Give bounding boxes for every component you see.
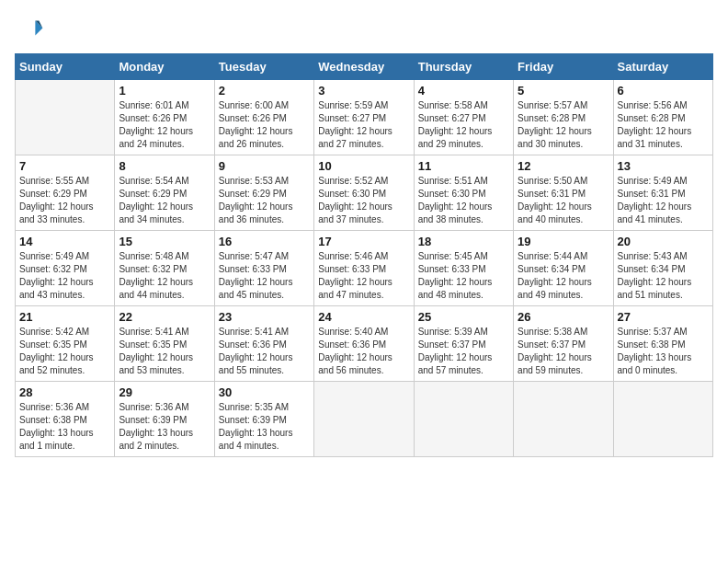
day-number: 10 <box>318 159 409 173</box>
day-info: Sunrise: 5:58 AMSunset: 6:27 PMDaylight:… <box>418 99 509 151</box>
day-cell: 24Sunrise: 5:40 AMSunset: 6:36 PMDayligh… <box>314 306 414 382</box>
logo <box>15 15 48 44</box>
day-info: Sunrise: 6:00 AMSunset: 6:26 PMDaylight:… <box>219 99 310 151</box>
day-number: 16 <box>219 235 310 248</box>
day-info: Sunrise: 5:35 AMSunset: 6:39 PMDaylight:… <box>219 401 310 453</box>
day-number: 2 <box>219 84 310 98</box>
day-number: 17 <box>318 235 409 248</box>
day-number: 13 <box>618 159 709 173</box>
day-number: 24 <box>318 310 409 324</box>
day-cell: 8Sunrise: 5:54 AMSunset: 6:29 PMDaylight… <box>115 155 214 231</box>
day-number: 26 <box>518 310 609 324</box>
day-info: Sunrise: 5:53 AMSunset: 6:29 PMDaylight:… <box>219 175 310 226</box>
day-cell: 15Sunrise: 5:48 AMSunset: 6:32 PMDayligh… <box>115 231 214 306</box>
day-cell: 28Sunrise: 5:36 AMSunset: 6:38 PMDayligh… <box>16 382 115 457</box>
day-info: Sunrise: 5:41 AMSunset: 6:36 PMDaylight:… <box>219 326 310 377</box>
day-number: 8 <box>119 159 210 173</box>
header-friday: Friday <box>514 54 613 80</box>
header-monday: Monday <box>115 54 214 80</box>
day-number: 11 <box>418 159 509 173</box>
day-info: Sunrise: 5:45 AMSunset: 6:33 PMDaylight:… <box>418 250 509 302</box>
day-number: 4 <box>418 84 509 98</box>
day-info: Sunrise: 5:48 AMSunset: 6:32 PMDaylight:… <box>119 250 210 302</box>
day-info: Sunrise: 5:59 AMSunset: 6:27 PMDaylight:… <box>318 99 409 151</box>
day-cell: 26Sunrise: 5:38 AMSunset: 6:37 PMDayligh… <box>514 306 613 382</box>
day-number: 6 <box>618 84 709 98</box>
day-info: Sunrise: 5:51 AMSunset: 6:30 PMDaylight:… <box>418 175 509 226</box>
day-info: Sunrise: 5:50 AMSunset: 6:31 PMDaylight:… <box>518 175 609 226</box>
day-cell: 29Sunrise: 5:36 AMSunset: 6:39 PMDayligh… <box>115 382 214 457</box>
day-cell: 14Sunrise: 5:49 AMSunset: 6:32 PMDayligh… <box>16 231 115 306</box>
day-cell <box>16 80 115 155</box>
day-cell: 6Sunrise: 5:56 AMSunset: 6:28 PMDaylight… <box>613 80 712 155</box>
day-number: 3 <box>318 84 409 98</box>
day-number: 30 <box>219 385 310 399</box>
day-number: 25 <box>418 310 509 324</box>
day-number: 14 <box>19 235 110 248</box>
day-number: 22 <box>119 310 210 324</box>
day-info: Sunrise: 5:56 AMSunset: 6:28 PMDaylight:… <box>618 99 709 151</box>
day-number: 18 <box>418 235 509 248</box>
day-info: Sunrise: 5:55 AMSunset: 6:29 PMDaylight:… <box>19 175 110 226</box>
day-info: Sunrise: 5:52 AMSunset: 6:30 PMDaylight:… <box>318 175 409 226</box>
week-row-4: 21Sunrise: 5:42 AMSunset: 6:35 PMDayligh… <box>16 306 713 382</box>
day-number: 7 <box>19 159 110 173</box>
day-number: 28 <box>19 385 110 399</box>
day-cell: 20Sunrise: 5:43 AMSunset: 6:34 PMDayligh… <box>613 231 712 306</box>
day-info: Sunrise: 5:41 AMSunset: 6:35 PMDaylight:… <box>119 326 210 377</box>
day-info: Sunrise: 5:37 AMSunset: 6:38 PMDaylight:… <box>618 326 709 377</box>
day-cell: 19Sunrise: 5:44 AMSunset: 6:34 PMDayligh… <box>514 231 613 306</box>
day-info: Sunrise: 5:57 AMSunset: 6:28 PMDaylight:… <box>518 99 609 151</box>
week-row-2: 7Sunrise: 5:55 AMSunset: 6:29 PMDaylight… <box>16 155 713 231</box>
logo-icon <box>15 15 44 44</box>
day-number: 1 <box>119 84 210 98</box>
day-number: 19 <box>518 235 609 248</box>
day-number: 9 <box>219 159 310 173</box>
calendar-table: SundayMondayTuesdayWednesdayThursdayFrid… <box>15 53 713 457</box>
day-number: 23 <box>219 310 310 324</box>
day-number: 12 <box>518 159 609 173</box>
day-info: Sunrise: 5:47 AMSunset: 6:33 PMDaylight:… <box>219 250 310 302</box>
day-info: Sunrise: 5:36 AMSunset: 6:39 PMDaylight:… <box>119 401 210 453</box>
day-info: Sunrise: 5:54 AMSunset: 6:29 PMDaylight:… <box>119 175 210 226</box>
day-cell <box>414 382 513 457</box>
day-cell: 7Sunrise: 5:55 AMSunset: 6:29 PMDaylight… <box>16 155 115 231</box>
day-cell: 5Sunrise: 5:57 AMSunset: 6:28 PMDaylight… <box>514 80 613 155</box>
header-tuesday: Tuesday <box>214 54 313 80</box>
day-info: Sunrise: 5:49 AMSunset: 6:31 PMDaylight:… <box>618 175 709 226</box>
day-cell: 16Sunrise: 5:47 AMSunset: 6:33 PMDayligh… <box>214 231 313 306</box>
week-row-1: 1Sunrise: 6:01 AMSunset: 6:26 PMDaylight… <box>16 80 713 155</box>
day-info: Sunrise: 5:36 AMSunset: 6:38 PMDaylight:… <box>19 401 110 453</box>
day-cell: 22Sunrise: 5:41 AMSunset: 6:35 PMDayligh… <box>115 306 214 382</box>
day-number: 21 <box>19 310 110 324</box>
page-header <box>15 15 713 44</box>
day-cell: 4Sunrise: 5:58 AMSunset: 6:27 PMDaylight… <box>414 80 513 155</box>
day-number: 15 <box>119 235 210 248</box>
day-cell: 13Sunrise: 5:49 AMSunset: 6:31 PMDayligh… <box>613 155 712 231</box>
day-cell: 3Sunrise: 5:59 AMSunset: 6:27 PMDaylight… <box>314 80 414 155</box>
day-cell: 27Sunrise: 5:37 AMSunset: 6:38 PMDayligh… <box>613 306 712 382</box>
day-cell: 10Sunrise: 5:52 AMSunset: 6:30 PMDayligh… <box>314 155 414 231</box>
day-cell: 11Sunrise: 5:51 AMSunset: 6:30 PMDayligh… <box>414 155 513 231</box>
day-cell <box>613 382 712 457</box>
calendar-header-row: SundayMondayTuesdayWednesdayThursdayFrid… <box>16 54 713 80</box>
day-info: Sunrise: 5:46 AMSunset: 6:33 PMDaylight:… <box>318 250 409 302</box>
day-info: Sunrise: 5:40 AMSunset: 6:36 PMDaylight:… <box>318 326 409 377</box>
day-cell: 23Sunrise: 5:41 AMSunset: 6:36 PMDayligh… <box>214 306 313 382</box>
header-sunday: Sunday <box>16 54 115 80</box>
day-cell: 12Sunrise: 5:50 AMSunset: 6:31 PMDayligh… <box>514 155 613 231</box>
day-cell: 30Sunrise: 5:35 AMSunset: 6:39 PMDayligh… <box>214 382 313 457</box>
header-wednesday: Wednesday <box>314 54 414 80</box>
day-cell: 25Sunrise: 5:39 AMSunset: 6:37 PMDayligh… <box>414 306 513 382</box>
day-number: 27 <box>618 310 709 324</box>
day-number: 20 <box>618 235 709 248</box>
day-info: Sunrise: 5:43 AMSunset: 6:34 PMDaylight:… <box>618 250 709 302</box>
day-cell: 17Sunrise: 5:46 AMSunset: 6:33 PMDayligh… <box>314 231 414 306</box>
day-info: Sunrise: 6:01 AMSunset: 6:26 PMDaylight:… <box>119 99 210 151</box>
day-number: 5 <box>518 84 609 98</box>
week-row-5: 28Sunrise: 5:36 AMSunset: 6:38 PMDayligh… <box>16 382 713 457</box>
header-saturday: Saturday <box>613 54 712 80</box>
day-cell: 18Sunrise: 5:45 AMSunset: 6:33 PMDayligh… <box>414 231 513 306</box>
day-info: Sunrise: 5:39 AMSunset: 6:37 PMDaylight:… <box>418 326 509 377</box>
day-cell <box>514 382 613 457</box>
